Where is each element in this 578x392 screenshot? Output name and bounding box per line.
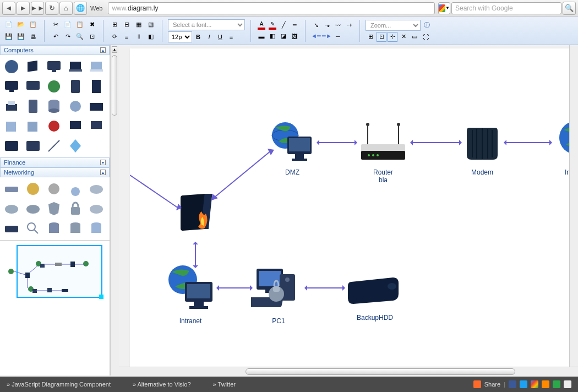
align-left-button[interactable]: ≡ xyxy=(226,32,236,42)
connector[interactable] xyxy=(217,287,252,288)
misc-button[interactable]: ◧ xyxy=(145,31,156,42)
distribute-button[interactable]: ⫴ xyxy=(133,31,144,42)
node-firewall[interactable] xyxy=(174,192,218,243)
help-button[interactable]: ⓘ xyxy=(422,20,432,30)
line-style-button[interactable]: ╱ xyxy=(279,20,288,30)
fullscreen-button[interactable]: ⛶ xyxy=(421,32,430,42)
url-input[interactable]: www.diagram.ly xyxy=(108,2,435,14)
shape-gear[interactable] xyxy=(66,97,85,116)
shape-crystal[interactable] xyxy=(66,137,85,155)
hscroll-thumb[interactable] xyxy=(246,368,515,375)
fast-forward-button[interactable]: ►► xyxy=(31,2,44,15)
shape-cloud[interactable] xyxy=(87,179,106,198)
guides-button[interactable]: ⊡ xyxy=(377,32,386,42)
shape-server2[interactable] xyxy=(24,97,42,116)
node-modem[interactable]: Modem xyxy=(460,120,504,176)
minimap-viewport[interactable] xyxy=(17,245,102,298)
fit-page-button[interactable]: ✕ xyxy=(399,32,408,42)
connector[interactable] xyxy=(504,142,552,143)
save-button[interactable]: 💾 xyxy=(3,31,14,42)
globe-button[interactable]: 🌐 xyxy=(74,2,87,15)
paste-button[interactable]: 📋 xyxy=(74,19,85,30)
zoom-fit-button[interactable]: ⊡ xyxy=(86,31,97,42)
addthis-icon[interactable] xyxy=(473,380,481,388)
shape-cloud4[interactable] xyxy=(87,199,106,218)
conn-curve-button[interactable]: 〰 xyxy=(333,20,343,30)
save-as-button[interactable]: 💾 xyxy=(15,31,26,42)
shape-monitor[interactable] xyxy=(45,57,63,76)
find-button[interactable]: 🔍 xyxy=(74,31,85,42)
node-backup[interactable]: BackupHDD xyxy=(345,271,405,322)
fill-color-button[interactable]: ▬ xyxy=(257,31,266,41)
export-button[interactable]: 📋 xyxy=(28,19,39,30)
forward-button[interactable]: ► xyxy=(17,2,30,15)
shape-cloud3[interactable] xyxy=(24,199,42,218)
arrow-none-button[interactable]: ─ xyxy=(333,31,343,41)
arrow-end-button[interactable]: ━► xyxy=(322,31,332,41)
shape-magnify[interactable] xyxy=(24,219,42,238)
shape-monitor2[interactable] xyxy=(2,77,21,96)
shape-printer2[interactable] xyxy=(87,97,106,116)
ungroup-button[interactable]: ⊟ xyxy=(121,19,132,30)
front-button[interactable]: ▦ xyxy=(133,19,144,30)
shape-shield[interactable] xyxy=(45,199,63,218)
shape-coin[interactable] xyxy=(24,179,42,198)
open-button[interactable]: 📂 xyxy=(15,19,26,30)
image-button[interactable]: 🖼 xyxy=(290,31,299,41)
footer-link-2[interactable]: » Alternative to Visio? xyxy=(133,381,191,388)
redo-button[interactable]: ↷ xyxy=(62,31,73,42)
connector[interactable] xyxy=(195,242,196,268)
minimap-resize-handle[interactable] xyxy=(99,295,103,299)
shape-virus[interactable] xyxy=(45,117,63,135)
arrow-start-button[interactable]: ◄━ xyxy=(311,31,321,41)
font-color-button[interactable]: A xyxy=(257,20,266,30)
node-router[interactable]: Router bla xyxy=(356,120,411,184)
minimap[interactable] xyxy=(0,240,110,375)
shape-hub[interactable] xyxy=(2,179,21,198)
footer-link-3[interactable]: » Twitter xyxy=(213,381,236,388)
shape-wireless[interactable] xyxy=(66,179,85,198)
canvas[interactable]: DMZ Router bla xyxy=(130,48,578,375)
shape-server[interactable] xyxy=(66,77,85,96)
google-icon[interactable] xyxy=(531,380,538,388)
favorites-icon[interactable] xyxy=(542,380,549,388)
shape-db2[interactable] xyxy=(45,219,63,238)
shape-db4[interactable] xyxy=(87,219,106,238)
node-pc1[interactable]: PC1 xyxy=(251,263,306,325)
conn-straight-button[interactable]: ↘ xyxy=(311,20,321,30)
node-dmz[interactable]: DMZ xyxy=(268,120,317,176)
align-button[interactable]: ≡ xyxy=(121,31,132,42)
snap-button[interactable]: ⊹ xyxy=(388,32,397,42)
shape-laptop2[interactable] xyxy=(87,57,106,76)
footer-link-1[interactable]: » JavaScript Diagramming Component xyxy=(7,381,111,388)
palette-networking-header[interactable]: Networking ▴ xyxy=(0,167,110,177)
underline-button[interactable]: U xyxy=(215,32,225,42)
shape-tablet2[interactable] xyxy=(24,137,42,155)
zoom-select[interactable]: Zoom... xyxy=(366,20,421,31)
bold-button[interactable]: B xyxy=(193,32,203,42)
sidebar-scrollbar[interactable]: ▴ xyxy=(110,45,119,375)
shape-pen[interactable] xyxy=(45,137,63,155)
search-input[interactable]: Search with Google xyxy=(451,2,561,14)
canvas-vscroll[interactable] xyxy=(569,45,578,367)
shape-laptop[interactable] xyxy=(66,57,85,76)
shape-laptop3[interactable] xyxy=(66,117,85,135)
shadow-button[interactable]: ◪ xyxy=(279,31,288,41)
group-button[interactable]: ⊞ xyxy=(109,19,120,30)
shape-globe[interactable] xyxy=(2,57,21,76)
delete-button[interactable]: ✖ xyxy=(86,19,97,30)
shape-tablet[interactable] xyxy=(2,137,21,155)
connector[interactable] xyxy=(305,287,345,288)
conn-ortho-button[interactable]: ⬎ xyxy=(322,20,332,30)
size-select[interactable]: 12pt xyxy=(168,31,192,42)
copy-button[interactable]: 📄 xyxy=(62,19,73,30)
facebook-icon[interactable] xyxy=(509,380,516,388)
search-button[interactable]: 🔍 xyxy=(563,2,576,15)
cut-button[interactable]: ✂ xyxy=(50,19,61,30)
shape-printer[interactable] xyxy=(2,97,21,116)
font-select[interactable]: Select a font... xyxy=(168,19,245,30)
shape-lock[interactable] xyxy=(66,199,85,218)
palette-finance-header[interactable]: Finance ▾ xyxy=(0,157,110,167)
twitter-icon[interactable] xyxy=(520,380,527,388)
outline-button[interactable]: ▭ xyxy=(410,32,419,42)
